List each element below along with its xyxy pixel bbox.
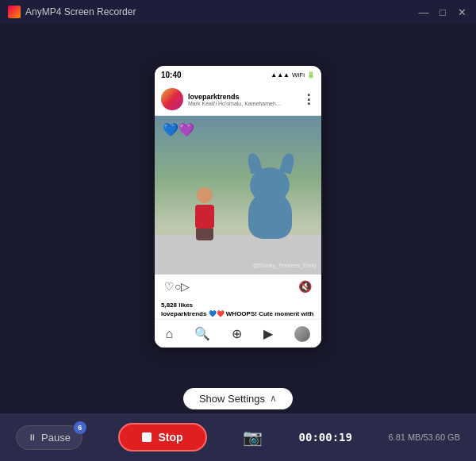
video-area: 💙💜 @Disney_Princess_Emily xyxy=(155,116,321,275)
maximize-button[interactable]: □ xyxy=(436,7,449,17)
ig-action-bar: ♡ ○ ▷ 🔇 xyxy=(155,275,321,298)
ig-username: loveparktrends xyxy=(188,93,283,101)
ig-caption: loveparktrends 💙❤️ WHOOPS! Cute moment w… xyxy=(161,310,315,317)
settings-button-label: Show Settings xyxy=(199,393,265,405)
ig-likes-count: 5,828 likes xyxy=(161,302,315,309)
battery-icon: 🔋 xyxy=(307,71,315,79)
recording-timer: 00:00:19 xyxy=(299,431,352,444)
child-head xyxy=(197,187,213,203)
ig-nav-reels-icon[interactable]: ▶ xyxy=(263,326,273,341)
ig-nav-profile[interactable] xyxy=(294,326,310,342)
app-icon xyxy=(8,6,21,18)
phone-time: 10:40 xyxy=(161,71,182,79)
title-bar-left: AnyMP4 Screen Recorder xyxy=(8,6,136,18)
child-figure xyxy=(190,187,218,239)
ig-caption-text: 💙❤️ WHOOPS! Cute moment with xyxy=(209,310,314,317)
ig-heart-icon[interactable]: ♡ xyxy=(164,280,175,293)
ig-share-icon[interactable]: ▷ xyxy=(181,280,190,293)
app-title: AnyMP4 Screen Recorder xyxy=(25,6,136,17)
stop-label: Stop xyxy=(158,431,182,444)
main-content: 10:40 ▲▲▲ WiFi 🔋 loveparktrends Mark Kea… xyxy=(0,24,476,413)
settings-bar: Show Settings ∧ xyxy=(0,383,476,413)
ig-location: Mark Keali'i Ho'omalu, Kamehameha School… xyxy=(188,101,283,106)
stop-record-icon xyxy=(142,432,152,442)
child-legs xyxy=(196,229,213,240)
phone-status-icons: ▲▲▲ WiFi 🔋 xyxy=(271,71,315,79)
pause-label: Pause xyxy=(41,432,71,444)
minimize-button[interactable]: — xyxy=(417,7,430,17)
screenshot-button[interactable]: 📷 xyxy=(243,428,263,447)
ground xyxy=(155,235,321,275)
video-watermark: @Disney_Princess_Emily xyxy=(253,263,317,268)
camera-icon: 📷 xyxy=(243,428,263,446)
ig-nav-home-icon[interactable]: ⌂ xyxy=(166,327,174,341)
phone-status-bar: 10:40 ▲▲▲ WiFi 🔋 xyxy=(155,66,321,83)
window-controls: — □ ✕ xyxy=(417,7,468,17)
stitch-scene xyxy=(155,116,321,275)
video-emojis: 💙💜 xyxy=(163,122,194,137)
ig-comment-icon[interactable]: ○ xyxy=(175,280,181,293)
ig-volume-icon[interactable]: 🔇 xyxy=(298,280,312,293)
stitch-body xyxy=(248,191,292,239)
ig-userinfo: loveparktrends Mark Keali'i Ho'omalu, Ka… xyxy=(188,93,283,106)
wifi-icon: WiFi xyxy=(292,71,305,79)
title-bar: AnyMP4 Screen Recorder — □ ✕ xyxy=(0,0,476,24)
ig-nav-bar: ⌂ 🔍 ⊕ ▶ xyxy=(155,319,321,348)
ig-header-left: loveparktrends Mark Keali'i Ho'omalu, Ka… xyxy=(161,88,283,110)
stitch-figure xyxy=(242,167,298,239)
stop-button[interactable]: Stop xyxy=(118,423,206,451)
badge-count: 6 xyxy=(74,421,86,434)
ig-avatar xyxy=(161,88,183,110)
signal-icon: ▲▲▲ xyxy=(271,71,290,79)
ig-caption-username: loveparktrends xyxy=(161,310,206,317)
ig-interactions: 5,828 likes loveparktrends 💙❤️ WHOOPS! C… xyxy=(155,298,321,319)
phone-mockup: 10:40 ▲▲▲ WiFi 🔋 loveparktrends Mark Kea… xyxy=(155,66,321,348)
ig-more-icon[interactable]: ⋮ xyxy=(302,92,315,107)
show-settings-button[interactable]: Show Settings ∧ xyxy=(183,388,293,409)
close-button[interactable]: ✕ xyxy=(455,7,468,17)
ig-nav-add-icon[interactable]: ⊕ xyxy=(232,326,242,341)
chevron-up-icon: ∧ xyxy=(270,393,277,404)
pause-icon: ⏸ xyxy=(28,432,36,442)
pause-button[interactable]: ⏸ Pause 6 xyxy=(16,425,83,450)
child-body xyxy=(195,205,214,229)
ig-nav-search-icon[interactable]: 🔍 xyxy=(194,326,210,341)
control-bar: ⏸ Pause 6 Stop 📷 00:00:19 6.81 MB/53.60 … xyxy=(0,413,476,461)
storage-info: 6.81 MB/53.60 GB xyxy=(388,432,460,442)
instagram-header: loveparktrends Mark Keali'i Ho'omalu, Ka… xyxy=(155,83,321,116)
